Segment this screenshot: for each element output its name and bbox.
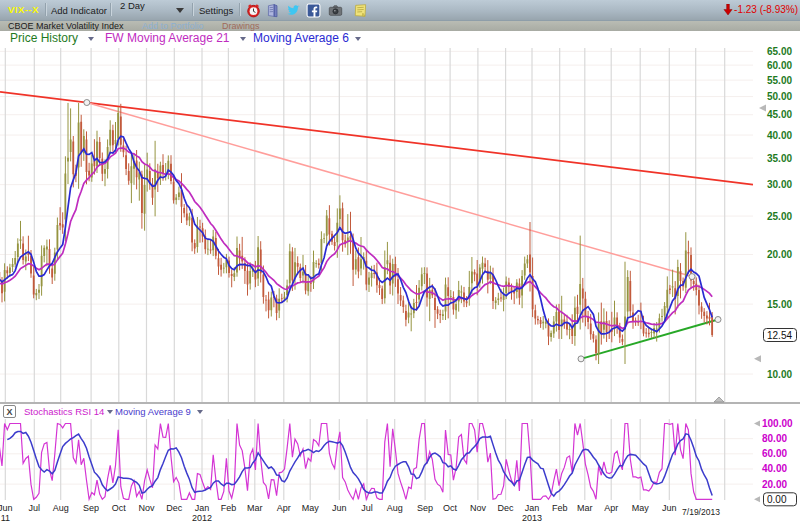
axis-label: Nov bbox=[138, 503, 155, 513]
axis-label: 25.00 bbox=[767, 211, 792, 222]
axis-label: Sep bbox=[83, 503, 99, 513]
axis-label: 100.00 bbox=[762, 418, 793, 429]
axis-label: 35.00 bbox=[767, 153, 792, 164]
axis-label: Dec bbox=[498, 503, 515, 513]
ma21-series bbox=[0, 148, 712, 328]
axis-label: 0.00 bbox=[767, 494, 787, 505]
axis-label: Feb bbox=[221, 503, 237, 513]
axis-label: Apr bbox=[277, 503, 291, 513]
axis-label: Aug bbox=[387, 503, 403, 513]
toolbar-separator bbox=[192, 3, 194, 16]
chevron-down-icon[interactable] bbox=[197, 410, 203, 414]
camera-icon[interactable] bbox=[328, 3, 343, 18]
indicator-close-button[interactable]: X bbox=[3, 405, 16, 418]
trendline-handle[interactable] bbox=[84, 100, 90, 106]
chevron-down-icon[interactable] bbox=[355, 37, 361, 41]
price-pane-legend: Price History FW Moving Average 21 Movin… bbox=[0, 31, 800, 46]
axis-label: 20.00 bbox=[762, 479, 787, 490]
trendline-handle[interactable] bbox=[715, 317, 721, 323]
osc-high-marker bbox=[754, 421, 760, 427]
period-selector[interactable]: 2 Day bbox=[120, 0, 145, 20]
chevron-down-icon[interactable] bbox=[176, 8, 184, 13]
price-axis: 65.0060.0055.0050.0045.0040.0035.0030.00… bbox=[754, 46, 797, 380]
alarm-clock-icon[interactable] bbox=[246, 3, 261, 18]
indicator-ma-dropdown[interactable]: Moving Average 9 bbox=[115, 405, 191, 418]
axis-label: 12.54 bbox=[767, 330, 792, 341]
down-arrow-icon bbox=[723, 4, 733, 16]
axis-label: Oct bbox=[443, 503, 458, 513]
settings-button[interactable]: Settings bbox=[199, 0, 233, 20]
axis-label: 40.00 bbox=[762, 463, 787, 474]
ma6-dropdown[interactable]: Moving Average 6 bbox=[253, 31, 349, 46]
axis-label: 55.00 bbox=[767, 75, 792, 86]
axis-label: Oct bbox=[112, 503, 127, 513]
axis-label: Jan bbox=[195, 503, 210, 513]
axis-label: Sep bbox=[417, 503, 433, 513]
trendline-handle[interactable] bbox=[689, 274, 695, 280]
axis-label: Mar bbox=[247, 503, 263, 513]
price-change: -1.23 (-8.93%) bbox=[723, 0, 798, 20]
axis-label: Apr bbox=[604, 503, 618, 513]
price-history-dropdown[interactable]: Price History bbox=[10, 31, 78, 46]
sticky-note-icon[interactable] bbox=[353, 3, 368, 18]
axis-label: Jan bbox=[525, 503, 540, 513]
osc-low-marker bbox=[754, 496, 760, 502]
chevron-down-icon[interactable] bbox=[88, 37, 94, 41]
pane-divider bbox=[0, 397, 800, 403]
charting-app: VIX--X Add Indicator 2 Day Settings -1.2… bbox=[0, 0, 800, 523]
toolbar-separator bbox=[239, 3, 241, 16]
axis-label: 65.00 bbox=[767, 46, 792, 57]
stochastics-dropdown[interactable]: Stochastics RSI 14 bbox=[24, 405, 104, 418]
down-candle-wicks bbox=[0, 104, 712, 361]
chevron-down-icon[interactable] bbox=[107, 410, 113, 414]
add-indicator-button[interactable]: Add Indicator bbox=[51, 0, 107, 20]
axis-label: 45.00 bbox=[767, 109, 792, 120]
oscillator-pane bbox=[0, 424, 712, 500]
axis-label: 7/19/2013 bbox=[682, 507, 720, 517]
axis-label: 2012 bbox=[192, 513, 212, 523]
axis-label: Mar bbox=[577, 503, 593, 513]
axis-label: 50.00 bbox=[767, 91, 792, 102]
low-extent-marker bbox=[754, 355, 761, 362]
axis-label: Jun bbox=[662, 503, 677, 513]
change-text: -1.23 (-8.93%) bbox=[734, 0, 798, 20]
axis-label: 20.00 bbox=[767, 249, 792, 260]
divider-handle[interactable] bbox=[714, 397, 724, 402]
high-extent-marker bbox=[759, 104, 766, 111]
axis-label: 11 bbox=[1, 513, 10, 523]
axis-label: 10.00 bbox=[767, 369, 792, 380]
axis-label: 60.00 bbox=[767, 60, 792, 71]
journal-icon[interactable] bbox=[265, 3, 280, 18]
main-chart[interactable]: 65.0060.0055.0050.0045.0040.0035.0030.00… bbox=[0, 46, 800, 523]
drawings-button[interactable]: Drawings bbox=[222, 21, 260, 31]
indicator-header: X Stochastics RSI 14 Moving Average 9 bbox=[0, 404, 760, 419]
chevron-down-icon[interactable] bbox=[240, 37, 246, 41]
stoch-ma-line bbox=[7, 432, 712, 497]
facebook-icon[interactable] bbox=[306, 3, 321, 18]
symbol-name: CBOE Market Volatility Index bbox=[8, 21, 124, 31]
axis-label: 80.00 bbox=[762, 433, 787, 444]
axis-label: 15.00 bbox=[767, 299, 792, 310]
trendline-handle[interactable] bbox=[578, 356, 584, 362]
axis-label: Aug bbox=[53, 503, 69, 513]
candles bbox=[0, 103, 713, 364]
axis-label: Dec bbox=[166, 503, 183, 513]
symbol-button[interactable]: VIX--X bbox=[8, 0, 39, 20]
axis-label: Jun bbox=[332, 503, 347, 513]
toolbar-separator bbox=[110, 3, 112, 16]
date-axis: Jun11JulAugSepOctNovDecJan2012FebMarAprM… bbox=[0, 503, 720, 523]
axis-label: Jul bbox=[361, 503, 373, 513]
axis-label: Jun bbox=[0, 503, 13, 513]
axis-label: 2013 bbox=[522, 513, 542, 523]
downtrend-minor-trendline[interactable] bbox=[87, 103, 692, 277]
axis-label: 60.00 bbox=[762, 448, 787, 459]
ma21-line bbox=[0, 148, 712, 328]
twitter-icon[interactable] bbox=[286, 3, 301, 18]
axis-label: Jul bbox=[29, 503, 41, 513]
ma21-dropdown[interactable]: FW Moving Average 21 bbox=[105, 31, 230, 46]
axis-label: 30.00 bbox=[767, 179, 792, 190]
axis-label: 40.00 bbox=[767, 130, 792, 141]
toolbar-separator bbox=[45, 3, 47, 16]
add-to-portfolio-link[interactable]: Add to Portfolio bbox=[142, 21, 204, 31]
toolbar: VIX--X Add Indicator 2 Day Settings -1.2… bbox=[0, 0, 800, 21]
